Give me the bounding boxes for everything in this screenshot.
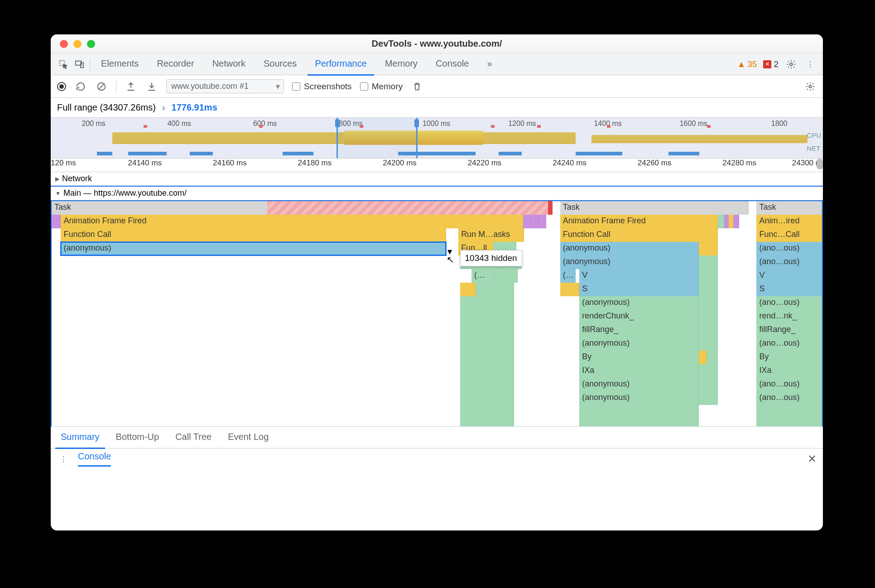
flame-segment[interactable]	[699, 378, 718, 391]
overview-timeline[interactable]: 200 ms 400 ms 600 ms 800 ms 1000 ms 1200…	[51, 118, 823, 159]
flame-segment[interactable]: (ano…ous)	[756, 378, 822, 391]
console-tab[interactable]: Console	[78, 451, 111, 467]
screenshots-input[interactable]	[292, 82, 300, 91]
flame-segment[interactable]	[579, 405, 699, 427]
tab-elements[interactable]: Elements	[94, 53, 146, 76]
tab-sources[interactable]: Sources	[256, 53, 304, 76]
tab-event-log[interactable]: Event Log	[222, 426, 274, 449]
flame-segment[interactable]	[699, 310, 718, 323]
ruler-scrollbar[interactable]	[817, 159, 823, 169]
tab-recorder[interactable]: Recorder	[149, 53, 201, 76]
flame-segment[interactable]: Anim…ired	[756, 215, 822, 228]
flame-segment[interactable]: (ano…ous)	[756, 242, 822, 255]
flame-segment[interactable]	[699, 351, 707, 364]
flame-segment[interactable]	[495, 269, 518, 283]
flame-segment[interactable]	[718, 215, 724, 228]
memory-input[interactable]	[360, 82, 368, 91]
flame-segment[interactable]	[707, 351, 718, 364]
selection-handle-left[interactable]	[335, 119, 340, 127]
flame-segment[interactable]: V	[756, 269, 822, 283]
tab-bottom-up[interactable]: Bottom-Up	[111, 426, 165, 449]
flame-segment[interactable]	[460, 283, 476, 296]
flame-segment[interactable]	[699, 283, 718, 296]
flame-segment[interactable]	[460, 405, 514, 427]
flame-segment[interactable]: IXa	[579, 364, 699, 378]
flame-segment[interactable]	[560, 283, 580, 296]
flame-segment[interactable]	[460, 310, 514, 323]
flame-segment[interactable]: (ano…ous)	[756, 337, 822, 351]
flame-segment[interactable]	[460, 391, 514, 405]
flame-segment[interactable]: Task	[756, 201, 822, 215]
profile-select[interactable]: www.youtube.com #1	[166, 79, 284, 93]
flame-segment[interactable]	[523, 215, 531, 228]
tab-performance[interactable]: Performance	[308, 53, 374, 76]
device-toggle-icon[interactable]	[73, 58, 86, 71]
flame-segment[interactable]: (anonymous)	[560, 242, 699, 255]
reload-button[interactable]	[74, 80, 87, 93]
flame-segment[interactable]: (anonymous)	[579, 337, 699, 351]
tab-summary[interactable]: Summary	[55, 426, 105, 449]
flame-segment[interactable]: V	[579, 269, 699, 283]
network-track-header[interactable]: ▶Network	[51, 172, 823, 186]
panel-settings-icon[interactable]	[804, 80, 817, 93]
tab-console[interactable]: Console	[428, 53, 476, 76]
flame-segment[interactable]	[460, 378, 514, 391]
flame-segment[interactable]: S	[579, 283, 699, 296]
flame-long-task[interactable]	[267, 201, 552, 215]
flame-segment[interactable]	[699, 296, 718, 310]
flame-segment[interactable]: Func…Call	[756, 228, 822, 242]
flame-segment[interactable]: S	[756, 283, 822, 296]
flame-segment[interactable]: (ano…ous)	[756, 296, 822, 310]
flame-segment[interactable]: Animation Frame Fired	[61, 215, 523, 228]
maximize-window-button[interactable]	[87, 40, 95, 48]
flame-segment[interactable]: renderChunk_	[579, 310, 699, 323]
flame-segment[interactable]	[699, 269, 718, 283]
flame-segment[interactable]: Function Call	[61, 228, 446, 242]
flame-chart[interactable]: Task Task Task Animation Frame Fired Ani…	[51, 200, 823, 427]
tab-memory[interactable]: Memory	[378, 53, 425, 76]
flame-segment[interactable]: Animation Frame Fired	[560, 215, 718, 228]
flame-segment[interactable]	[52, 215, 61, 228]
flame-segment[interactable]: rend…nk_	[756, 310, 822, 323]
flame-segment[interactable]: (anonymous)	[560, 255, 699, 269]
flame-segment[interactable]	[699, 364, 718, 378]
flame-segment[interactable]: (…	[471, 269, 495, 283]
tab-network[interactable]: Network	[205, 53, 253, 76]
clear-button[interactable]	[95, 80, 108, 93]
warnings-count[interactable]: ▲ 35	[737, 59, 757, 69]
flame-segment[interactable]	[699, 323, 718, 337]
flame-segment[interactable]: IXa	[756, 364, 822, 378]
settings-icon[interactable]	[785, 58, 798, 71]
flame-segment[interactable]: Task	[560, 201, 749, 215]
flame-segment[interactable]	[699, 391, 718, 405]
flame-segment[interactable]: Function Call	[560, 228, 718, 242]
flame-segment[interactable]: fillRange_	[756, 323, 822, 337]
flame-segment[interactable]	[476, 283, 514, 296]
screenshots-checkbox[interactable]: Screenshots	[292, 82, 352, 92]
kebab-menu-icon[interactable]: ⋮	[804, 58, 817, 71]
tab-call-tree[interactable]: Call Tree	[170, 426, 217, 449]
flame-segment[interactable]: (ano…ous)	[756, 391, 822, 405]
download-profile-icon[interactable]	[145, 80, 158, 93]
tab-more[interactable]: »	[480, 53, 500, 76]
full-range-label[interactable]: Full range (34307.26ms)	[57, 102, 156, 113]
inspect-icon[interactable]	[57, 58, 70, 71]
flame-segment[interactable]: fillRange_	[579, 323, 699, 337]
flame-segment[interactable]: (anonymous)	[579, 391, 699, 405]
errors-count[interactable]: ✕2	[763, 59, 779, 69]
minimize-window-button[interactable]	[73, 40, 82, 48]
flame-segment[interactable]	[699, 255, 718, 269]
flame-segment[interactable]	[460, 323, 514, 337]
flame-segment[interactable]: (…	[560, 269, 576, 283]
flame-segment[interactable]	[460, 364, 514, 378]
flame-segment[interactable]	[699, 337, 718, 351]
flame-segment[interactable]	[756, 405, 822, 427]
upload-profile-icon[interactable]	[125, 80, 137, 93]
flame-segment-selected[interactable]: (anonymous)	[61, 242, 446, 255]
current-range-label[interactable]: 1776.91ms	[172, 102, 217, 113]
flame-segment[interactable]: By	[756, 351, 822, 364]
flame-segment[interactable]	[460, 351, 514, 364]
flame-segment[interactable]	[531, 215, 538, 228]
flame-segment[interactable]	[699, 242, 718, 255]
flame-segment[interactable]: (anonymous)	[579, 296, 699, 310]
